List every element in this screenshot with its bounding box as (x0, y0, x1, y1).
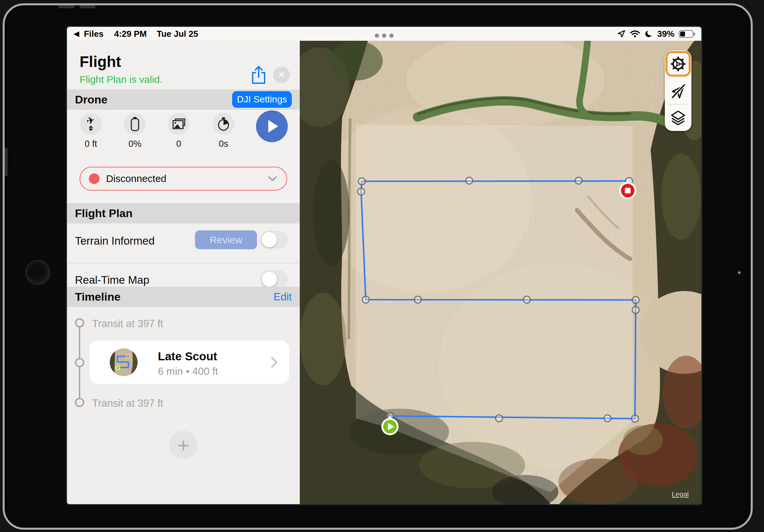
connection-status-dropdown[interactable]: Disconnected (80, 167, 287, 191)
map-toolbar (665, 50, 691, 131)
map-tracking-button[interactable] (665, 77, 691, 104)
active-tool-highlight (666, 51, 691, 77)
real-time-map-label: Real-Time Map (75, 274, 149, 286)
battery-percent: 39% (657, 29, 674, 39)
page-title: Flight (80, 53, 121, 71)
app-screen: ◀ Files 4:29 PM Tue Jul 25 39% Flight (67, 27, 701, 504)
flight-plan-section-title: Flight Plan (75, 207, 133, 220)
satellite-map[interactable]: Legal (300, 41, 701, 504)
mission-thumbnail (110, 348, 138, 376)
stat-battery-value: 0% (112, 139, 158, 149)
flight-valid-status: Flight Plan is valid. (80, 74, 162, 85)
toggle-knob (262, 232, 277, 247)
start-flight-button[interactable] (256, 110, 288, 142)
svg-text:✈: ✈ (85, 116, 96, 127)
transit-item-before: Transit at 397 ft (92, 318, 163, 330)
timer-icon (213, 113, 235, 135)
flight-panel: Flight Flight Plan is valid. ✕ Drone DJI… (67, 41, 300, 504)
front-camera (25, 260, 50, 285)
terrain-review-button[interactable]: Review (195, 230, 257, 249)
chevron-down-icon (268, 176, 277, 182)
stat-battery: 0% (112, 113, 158, 149)
multitasking-indicator[interactable] (375, 34, 394, 38)
mission-subtitle: 6 min • 400 ft (158, 366, 218, 378)
volume-down-button (80, 5, 96, 8)
clock: 4:29 PM (114, 29, 146, 39)
drone-section-title: Drone (75, 93, 107, 106)
stat-altitude: ✈ 0 ft (68, 113, 114, 149)
battery-level-icon (124, 113, 146, 135)
mission-title: Late Scout (158, 350, 217, 363)
terrain-informed-toggle[interactable] (261, 231, 287, 248)
location-arrow-icon (617, 30, 626, 38)
navigation-disabled-icon (670, 83, 686, 99)
add-timeline-item-button[interactable]: + (169, 431, 198, 459)
row-divider (67, 263, 300, 264)
stat-photos-value: 0 (155, 139, 202, 149)
close-icon: ✕ (278, 70, 285, 81)
wifi-icon (630, 30, 640, 38)
close-button[interactable]: ✕ (273, 67, 290, 83)
connection-status-label: Disconnected (106, 173, 268, 184)
timeline-node (75, 358, 84, 367)
altitude-icon: ✈ (80, 113, 102, 135)
layers-icon (669, 109, 687, 126)
timeline-node (75, 318, 84, 327)
side-button (5, 148, 8, 176)
stat-photos: 0 (155, 113, 202, 149)
legal-link[interactable]: Legal (672, 490, 689, 498)
plus-icon: + (177, 433, 189, 457)
volume-up-button (58, 5, 74, 8)
moon-icon (644, 30, 653, 38)
dji-settings-button[interactable]: DJI Settings (232, 91, 292, 108)
stat-altitude-value: 0 ft (68, 139, 114, 149)
field-texture (300, 41, 701, 504)
photos-icon (168, 113, 190, 135)
transit-item-after: Transit at 397 ft (92, 398, 163, 409)
toggle-knob (262, 271, 277, 287)
stat-duration: 0s (200, 113, 247, 149)
mission-card[interactable]: Late Scout 6 min • 400 ft (90, 340, 289, 384)
timeline-node (75, 398, 84, 407)
flight-plan-section-header: Flight Plan (67, 203, 300, 223)
drone-section-header: Drone DJI Settings (67, 89, 300, 110)
real-time-map-toggle[interactable] (261, 270, 287, 288)
timeline-section-header: Timeline Edit (67, 287, 300, 307)
back-to-app-label[interactable]: Files (84, 29, 103, 39)
status-bar: ◀ Files 4:29 PM Tue Jul 25 39% (67, 27, 701, 41)
pencil-attach-glint (738, 271, 740, 274)
play-icon (268, 120, 278, 133)
timeline-edit-button[interactable]: Edit (274, 291, 292, 303)
timeline-list: Transit at 397 ft Late Scout 6 min • 400… (67, 307, 300, 504)
disconnected-dot (89, 173, 99, 184)
share-button[interactable] (249, 65, 269, 86)
stat-duration-value: 0s (200, 139, 247, 149)
map-layers-button[interactable] (665, 104, 691, 131)
terrain-informed-label: Terrain Informed (75, 235, 154, 247)
date: Tue Jul 25 (156, 29, 198, 39)
battery-icon (679, 30, 693, 38)
back-to-app-icon[interactable]: ◀ (74, 30, 79, 38)
chevron-right-icon (271, 356, 278, 368)
timeline-section-title: Timeline (75, 290, 120, 303)
